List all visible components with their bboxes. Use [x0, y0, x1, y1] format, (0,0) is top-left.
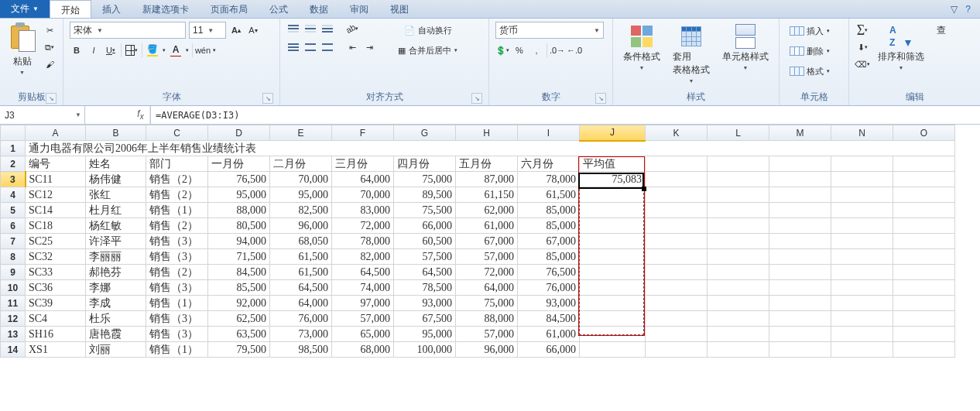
cell[interactable]: 85,000	[518, 218, 580, 234]
row-header[interactable]: 5	[1, 203, 26, 218]
align-center-button[interactable]	[303, 40, 317, 54]
cell[interactable]: 89,500	[394, 187, 456, 203]
bold-button[interactable]: B	[70, 43, 84, 57]
cell[interactable]	[893, 296, 955, 311]
cell[interactable]	[769, 156, 831, 172]
cell[interactable]: SC4	[26, 311, 86, 327]
paste-button[interactable]: 粘贴 ▼	[6, 22, 38, 77]
align-top-button[interactable]	[286, 22, 300, 36]
cell[interactable]: 销售（3）	[146, 234, 208, 249]
cell[interactable]: 71,500	[208, 249, 270, 265]
cell[interactable]: 61,500	[270, 265, 332, 280]
cell[interactable]	[831, 280, 893, 296]
cell[interactable]	[769, 280, 831, 296]
cell[interactable]: 88,000	[456, 311, 518, 327]
cell[interactable]: 郝艳芬	[86, 265, 146, 280]
cell[interactable]: SC14	[26, 203, 86, 218]
cell[interactable]	[580, 342, 646, 358]
cell[interactable]: 96,000	[456, 342, 518, 358]
cell[interactable]	[708, 296, 769, 311]
cell[interactable]: 100,000	[394, 342, 456, 358]
cell[interactable]	[831, 311, 893, 327]
cell[interactable]	[893, 265, 955, 280]
cell[interactable]: 平均值	[580, 156, 646, 172]
increase-indent-button[interactable]: ⇥	[362, 40, 376, 54]
cell[interactable]: 销售（2）	[146, 218, 208, 234]
cell[interactable]: 六月份	[518, 156, 580, 172]
cell[interactable]	[580, 265, 646, 280]
cell[interactable]: 75,000	[456, 296, 518, 311]
cell[interactable]	[769, 342, 831, 358]
row-header[interactable]: 7	[1, 234, 26, 249]
cell[interactable]	[708, 265, 769, 280]
copy-button[interactable]: ⧉▾	[43, 40, 57, 54]
cell[interactable]: 三月份	[332, 156, 394, 172]
cell[interactable]	[646, 311, 708, 327]
row-header[interactable]: 13	[1, 327, 26, 342]
cell[interactable]: 88,000	[208, 203, 270, 218]
cell[interactable]: 61,000	[518, 327, 580, 342]
col-header[interactable]: C	[146, 125, 208, 141]
format-as-table-button[interactable]: 套用 表格格式 ▼	[669, 22, 714, 86]
cell[interactable]	[646, 156, 708, 172]
cell[interactable]	[708, 234, 769, 249]
dialog-launcher-icon[interactable]: ↘	[471, 93, 482, 104]
cell[interactable]: 83,000	[332, 203, 394, 218]
cell[interactable]	[893, 342, 955, 358]
tab-7[interactable]: 视图	[379, 0, 420, 18]
cell[interactable]: 一月份	[208, 156, 270, 172]
cell[interactable]: 85,000	[518, 203, 580, 218]
cell[interactable]	[769, 203, 831, 218]
cell[interactable]	[831, 234, 893, 249]
cell[interactable]	[708, 342, 769, 358]
cell[interactable]: 70,000	[270, 172, 332, 187]
cell-styles-button[interactable]: 单元格样式 ▼	[718, 22, 773, 73]
cell[interactable]	[580, 234, 646, 249]
cell[interactable]	[893, 311, 955, 327]
cell[interactable]: 74,000	[332, 280, 394, 296]
cell[interactable]: SC18	[26, 218, 86, 234]
phonetic-button[interactable]: wén	[196, 43, 210, 57]
row-header[interactable]: 1	[1, 141, 26, 156]
cell[interactable]: 销售（1）	[146, 296, 208, 311]
cell[interactable]: 许泽平	[86, 234, 146, 249]
cell[interactable]	[646, 296, 708, 311]
col-header[interactable]: K	[646, 125, 708, 141]
cell[interactable]: 72,000	[456, 265, 518, 280]
cell[interactable]: 61,150	[456, 187, 518, 203]
number-format-combo[interactable]: 货币▼	[495, 22, 604, 39]
select-all-corner[interactable]	[1, 125, 26, 141]
wrap-text-button[interactable]: 📄 自动换行	[392, 22, 463, 39]
cell[interactable]: 刘丽	[86, 342, 146, 358]
row-header[interactable]: 9	[1, 265, 26, 280]
cell[interactable]: 78,000	[332, 234, 394, 249]
cell[interactable]: 57,000	[456, 249, 518, 265]
cell[interactable]: 95,000	[208, 187, 270, 203]
tab-file[interactable]: 文件 ▼	[0, 0, 50, 18]
cell[interactable]: 销售（3）	[146, 280, 208, 296]
cell[interactable]: 62,000	[456, 203, 518, 218]
cell[interactable]	[580, 280, 646, 296]
cell[interactable]	[831, 296, 893, 311]
cell[interactable]: 销售（1）	[146, 342, 208, 358]
cell[interactable]: 李成	[86, 296, 146, 311]
cell[interactable]: 销售（1）	[146, 203, 208, 218]
cell[interactable]	[708, 203, 769, 218]
cell[interactable]	[580, 311, 646, 327]
row-header[interactable]: 4	[1, 187, 26, 203]
cell[interactable]: 78,500	[394, 280, 456, 296]
cell[interactable]: SC32	[26, 249, 86, 265]
cell[interactable]	[646, 265, 708, 280]
col-header[interactable]: M	[769, 125, 831, 141]
cell[interactable]	[580, 249, 646, 265]
cell[interactable]	[831, 327, 893, 342]
col-header[interactable]: I	[518, 125, 580, 141]
cell[interactable]	[893, 234, 955, 249]
cell[interactable]	[769, 218, 831, 234]
cell[interactable]: 销售（2）	[146, 172, 208, 187]
fill-color-button[interactable]: 🪣	[146, 43, 159, 57]
cell[interactable]: 64,000	[456, 280, 518, 296]
cell[interactable]: 通力电器有限公司2006年上半年销售业绩统计表	[26, 141, 955, 156]
cell[interactable]: 64,000	[270, 296, 332, 311]
cell[interactable]: 销售（2）	[146, 187, 208, 203]
